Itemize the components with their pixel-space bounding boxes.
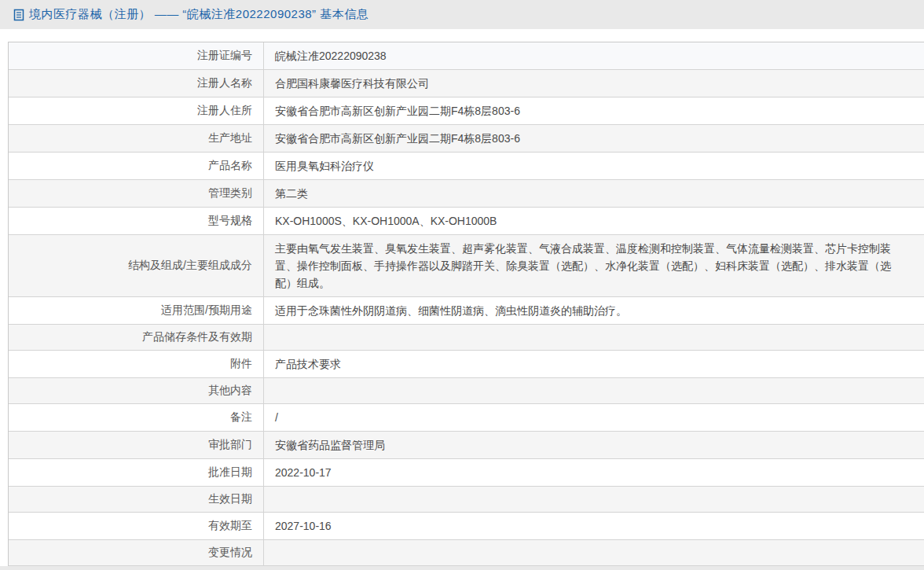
table-row: 生效日期	[9, 487, 924, 513]
row-value: 2027-10-16	[264, 513, 924, 539]
row-value: 产品技术要求	[264, 351, 924, 377]
row-value: 皖械注准20222090238	[264, 42, 924, 69]
row-value	[264, 540, 924, 565]
row-value: KX-OH1000S、KX-OH1000A、KX-OH1000B	[264, 208, 924, 234]
table-row: 备注/	[9, 404, 924, 432]
table-row: 产品名称医用臭氧妇科治疗仪	[9, 153, 924, 180]
table-row: 其他内容	[9, 378, 924, 404]
row-value: 医用臭氧妇科治疗仪	[264, 153, 924, 179]
row-label-text: 生产地址	[208, 131, 252, 145]
row-label: 适用范围/预期用途	[9, 297, 264, 324]
row-value: 适用于念珠菌性外阴阴道病、细菌性阴道病、滴虫性阴道炎的辅助治疗。	[264, 297, 924, 324]
row-value-text: 合肥国科康馨医疗科技有限公司	[275, 75, 429, 92]
table-row: 管理类别第二类	[9, 180, 924, 208]
table-row: 注册人名称合肥国科康馨医疗科技有限公司	[9, 70, 924, 97]
row-value-text: 主要由氧气发生装置、臭氧发生装置、超声雾化装置、气液合成装置、温度检测和控制装置…	[275, 240, 911, 292]
row-value: 合肥国科康馨医疗科技有限公司	[264, 70, 924, 97]
table-row: 变更情况	[9, 540, 924, 566]
row-value-text: 安徽省合肥市高新区创新产业园二期F4栋8层803-6	[275, 102, 520, 120]
row-label: 其他内容	[9, 378, 264, 403]
row-label-text: 批准日期	[208, 465, 252, 480]
row-label-text: 产品名称	[208, 159, 252, 173]
row-label: 附件	[9, 351, 264, 377]
table-row: 适用范围/预期用途适用于念珠菌性外阴阴道病、细菌性阴道病、滴虫性阴道炎的辅助治疗…	[9, 297, 924, 325]
row-label: 结构及组成/主要组成成分	[9, 235, 264, 296]
row-label: 变更情况	[9, 540, 264, 565]
footer-strip	[0, 566, 924, 570]
table-row: 有效期至2027-10-16	[9, 513, 924, 540]
row-label: 管理类别	[9, 180, 264, 207]
row-value-text: 适用于念珠菌性外阴阴道病、细菌性阴道病、滴虫性阴道炎的辅助治疗。	[275, 302, 627, 319]
row-label: 审批部门	[9, 432, 264, 458]
row-label: 生产地址	[9, 125, 264, 152]
table-row: 产品储存条件及有效期	[9, 325, 924, 351]
row-value-text: 安徽省合肥市高新区创新产业园二期F4栋8层803-6	[275, 130, 520, 147]
row-label: 生效日期	[9, 487, 264, 512]
document-icon	[13, 9, 24, 21]
row-label-text: 产品储存条件及有效期	[142, 330, 252, 344]
page-header: 境内医疗器械（注册） —— “皖械注准20222090238” 基本信息	[0, 0, 924, 29]
row-label-text: 其他内容	[208, 384, 252, 398]
row-label-text: 生效日期	[208, 492, 252, 506]
row-label-text: 备注	[230, 410, 252, 425]
row-label: 注册人名称	[9, 70, 264, 97]
row-label: 产品名称	[9, 153, 264, 179]
row-value: 安徽省合肥市高新区创新产业园二期F4栋8层803-6	[264, 97, 924, 124]
page-title: 境内医疗器械（注册） —— “皖械注准20222090238” 基本信息	[29, 7, 368, 22]
row-label-text: 注册人住所	[197, 104, 252, 118]
row-value: 2022-10-17	[264, 459, 924, 486]
table-row: 注册人住所安徽省合肥市高新区创新产业园二期F4栋8层803-6	[9, 97, 924, 125]
row-value: /	[264, 404, 924, 431]
table-row: 结构及组成/主要组成成分主要由氧气发生装置、臭氧发生装置、超声雾化装置、气液合成…	[9, 235, 924, 297]
registration-info-table: 注册证编号皖械注准20222090238注册人名称合肥国科康馨医疗科技有限公司注…	[8, 42, 924, 570]
row-value-text: 医用臭氧妇科治疗仪	[275, 157, 374, 175]
row-label-text: 变更情况	[208, 546, 252, 560]
table-row: 型号规格KX-OH1000S、KX-OH1000A、KX-OH1000B	[9, 208, 924, 235]
row-value-text: 2022-10-17	[275, 464, 332, 481]
row-label: 备注	[9, 404, 264, 431]
row-label-text: 型号规格	[208, 214, 252, 228]
row-label: 产品储存条件及有效期	[9, 325, 264, 350]
row-label-text: 结构及组成/主要组成成分	[128, 259, 252, 273]
row-label: 注册证编号	[9, 42, 264, 69]
table-row: 注册证编号皖械注准20222090238	[9, 42, 924, 70]
row-value: 安徽省药品监督管理局	[264, 432, 924, 458]
table-row: 批准日期2022-10-17	[9, 459, 924, 487]
row-value	[264, 378, 924, 403]
row-value: 第二类	[264, 180, 924, 207]
row-label-text: 附件	[230, 357, 252, 371]
row-value-text: /	[275, 409, 278, 426]
row-value-text: 产品技术要求	[275, 355, 341, 373]
row-label-text: 有效期至	[208, 519, 252, 533]
row-label-text: 适用范围/预期用途	[161, 303, 252, 318]
row-value-text: KX-OH1000S、KX-OH1000A、KX-OH1000B	[275, 212, 497, 230]
row-value-text: 皖械注准20222090238	[275, 47, 387, 64]
table-row: 审批部门安徽省药品监督管理局	[9, 432, 924, 459]
row-value	[264, 325, 924, 350]
row-value: 安徽省合肥市高新区创新产业园二期F4栋8层803-6	[264, 125, 924, 152]
row-label: 有效期至	[9, 513, 264, 539]
row-value-text: 安徽省药品监督管理局	[275, 436, 385, 454]
row-value-text: 2027-10-16	[275, 517, 332, 535]
row-value-text: 第二类	[275, 185, 308, 202]
row-label: 注册人住所	[9, 97, 264, 124]
row-label: 批准日期	[9, 459, 264, 486]
row-value	[264, 487, 924, 512]
row-label: 型号规格	[9, 208, 264, 234]
table-row: 附件产品技术要求	[9, 351, 924, 378]
row-value: 主要由氧气发生装置、臭氧发生装置、超声雾化装置、气液合成装置、温度检测和控制装置…	[264, 235, 924, 296]
row-label-text: 注册证编号	[197, 49, 252, 63]
row-label-text: 审批部门	[208, 438, 252, 452]
row-label-text: 管理类别	[208, 186, 252, 200]
table-row: 生产地址安徽省合肥市高新区创新产业园二期F4栋8层803-6	[9, 125, 924, 153]
row-label-text: 注册人名称	[197, 76, 252, 90]
